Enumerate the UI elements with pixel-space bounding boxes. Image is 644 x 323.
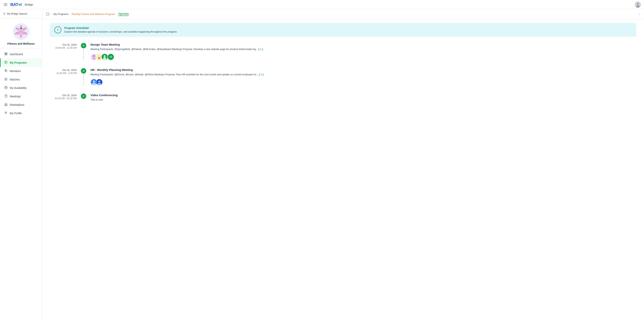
breadcrumb-sep-1: › (51, 12, 52, 16)
svg-rect-18 (6, 54, 7, 55)
table-row: Oct 31, 2024 10:00 AM - 11:00 AM Design … (50, 43, 636, 60)
event-desc-3: This is new (90, 98, 636, 102)
members-icon (4, 69, 8, 73)
matches-label: Matches (10, 78, 20, 81)
breadcrumb-program-name[interactable]: Monthly Fitness and Wellness Program (72, 13, 115, 15)
my-programs-icon (4, 61, 8, 64)
event-date-2: Oct 31, 2024 (50, 69, 77, 71)
avatars-row-2 (90, 79, 636, 86)
svg-point-28 (5, 112, 6, 113)
bridge-spaces-icon: ⊙ (3, 12, 6, 15)
event-title-1: Design Team Meeting (90, 43, 636, 46)
table-row: Oct 31, 2024 11:30 AM - 1:30 PM HR - Mon… (50, 68, 636, 86)
svg-point-39 (83, 70, 84, 71)
content-area: › My Programs › Monthly Fitness and Well… (42, 9, 644, 323)
nav-items: Dashboard My Programs Members Matches (0, 48, 42, 323)
event-time-1: 10:00 AM - 11:00 AM (50, 46, 77, 49)
my-programs-label: My Programs (10, 61, 27, 64)
main-content: i Program Schedule! Explore the detailed… (42, 19, 644, 323)
info-banner: i Program Schedule! Explore the detailed… (50, 23, 636, 37)
timeline-line-2 (84, 74, 84, 86)
profile-avatar (12, 23, 30, 40)
meetings-label: Meetings (10, 95, 21, 98)
main-layout: ⊙ My Bridge Spaces (0, 9, 644, 323)
event-date-time-2: Oct 31, 2024 11:30 AM - 1:30 PM (50, 68, 80, 86)
dashboard-icon (4, 52, 8, 56)
event-content-2: HR - Monthly Planning Meeting Meeting Pa… (87, 68, 636, 86)
sidebar-item-dashboard[interactable]: Dashboard (0, 50, 42, 58)
table-row: Oct 31, 2024 01:00 PM - 01:30 PM Video C… (50, 93, 636, 104)
breadcrumb-sep-3: › (116, 12, 117, 16)
timeline-dot-3 (81, 93, 86, 99)
event-time-3: 01:00 PM - 01:30 PM (50, 97, 77, 100)
members-label: Members (10, 69, 21, 73)
avatar-count-1: +3 (107, 53, 114, 60)
event-content-3: Video Conferencing This is new (87, 93, 636, 104)
svg-marker-23 (4, 78, 7, 80)
breadcrumb-my-programs[interactable]: My Programs (54, 13, 68, 15)
breadcrumb-sep-2: › (70, 12, 70, 16)
event-date-time-3: Oct 31, 2024 01:00 PM - 01:30 PM (50, 93, 80, 104)
event-title-3: Video Conferencing (90, 93, 636, 97)
svg-rect-17 (5, 54, 6, 55)
event-date-time-1: Oct 31, 2024 10:00 AM - 11:00 AM (50, 43, 80, 60)
timeline: Oct 31, 2024 10:00 AM - 11:00 AM Design … (50, 43, 636, 104)
bridge-spaces-header[interactable]: ⊙ My Bridge Spaces (0, 9, 42, 18)
meetings-icon (4, 94, 8, 98)
info-icon: i (54, 26, 61, 33)
svg-point-14 (20, 33, 22, 35)
logo-text: BAT●I (10, 2, 22, 7)
sidebar: ⊙ My Bridge Spaces (0, 9, 42, 323)
avatar-5 (96, 79, 103, 86)
event-title-2: HR - Monthly Planning Meeting (90, 68, 636, 71)
event-content-1: Design Team Meeting Meeting Participants… (87, 43, 636, 60)
dashboard-label: Dashboard (10, 53, 23, 56)
sidebar-item-members[interactable]: Members (0, 67, 42, 75)
breadcrumb-agendas[interactable]: Agendas (118, 12, 129, 16)
svg-point-44 (98, 80, 100, 83)
breadcrumb: › My Programs › Monthly Fitness and Well… (42, 9, 644, 19)
svg-point-1 (637, 3, 639, 5)
avatars-row-1: +3 (90, 53, 636, 60)
marketplace-icon (4, 103, 8, 107)
timeline-line-1 (84, 49, 84, 60)
user-avatar[interactable] (635, 1, 641, 8)
read-more-2[interactable]: [ + ] (259, 73, 263, 76)
sidebar-item-marketplace[interactable]: Marketplace (0, 101, 42, 109)
my-availability-label: My Availability (10, 86, 27, 89)
my-profile-icon (4, 111, 8, 115)
svg-point-29 (83, 45, 84, 46)
svg-rect-24 (5, 87, 7, 89)
marketplace-label: Marketplace (10, 103, 24, 106)
app-name: Bridge (25, 3, 33, 6)
bridge-spaces-label: My Bridge Spaces (7, 12, 28, 15)
event-date-3: Oct 31, 2024 (50, 94, 77, 97)
avatar-3 (101, 53, 108, 60)
sidebar-item-my-programs[interactable]: My Programs (0, 58, 42, 67)
top-nav-left: BAT●I Bridge (3, 2, 33, 7)
sidebar-item-meetings[interactable]: Meetings (0, 92, 42, 101)
event-date-1: Oct 31, 2024 (50, 43, 77, 46)
sidebar-item-matches[interactable]: Matches (0, 75, 42, 84)
sidebar-item-my-availability[interactable]: My Availability (0, 84, 42, 92)
breadcrumb-home[interactable] (46, 12, 50, 16)
svg-point-41 (93, 80, 95, 83)
sidebar-profile: Fitness and Wellness (0, 18, 42, 48)
collapse-button[interactable]: ‹ (639, 12, 640, 16)
read-more-1[interactable]: [ + ] (258, 48, 263, 50)
profile-name: Fitness and Wellness (7, 42, 34, 45)
info-text-block: Program Schedule! Explore the detailed a… (64, 26, 178, 33)
sidebar-item-my-profile[interactable]: My Profile (0, 109, 42, 117)
event-time-2: 11:30 AM - 1:30 PM (50, 72, 77, 74)
svg-point-38 (103, 57, 106, 60)
hamburger-menu[interactable] (3, 2, 8, 7)
my-availability-icon (4, 86, 8, 90)
timeline-center-1 (80, 43, 87, 60)
event-desc-1: Meeting Participants: @SpongeBob, @Patri… (90, 47, 636, 51)
my-profile-label: My Profile (10, 112, 22, 115)
svg-point-22 (5, 69, 6, 70)
svg-point-34 (98, 55, 100, 57)
svg-point-31 (93, 55, 95, 57)
svg-rect-15 (5, 53, 6, 54)
svg-rect-19 (5, 61, 7, 63)
